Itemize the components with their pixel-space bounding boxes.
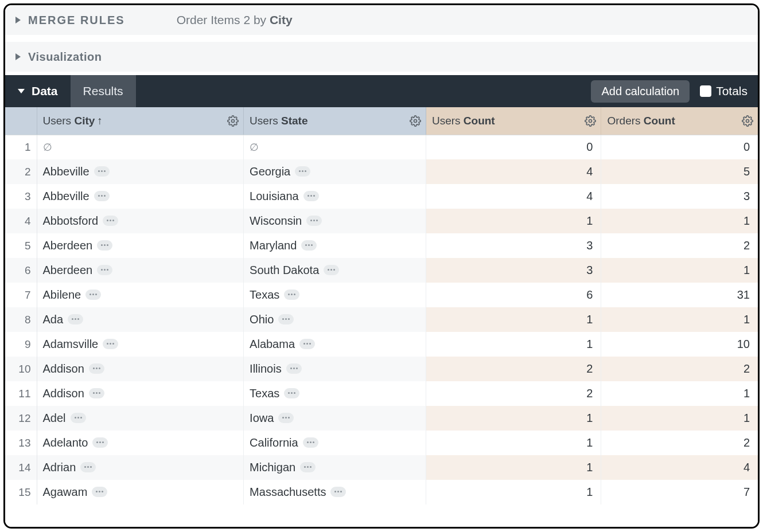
totals-toggle[interactable]: Totals <box>700 84 748 98</box>
more-actions-pill[interactable] <box>92 437 108 448</box>
cell-state[interactable]: Michigan <box>244 455 426 480</box>
cell-city[interactable]: Addison <box>37 381 244 406</box>
cell-city[interactable]: Adrian <box>37 455 244 480</box>
more-actions-pill[interactable] <box>89 363 104 374</box>
more-actions-pill[interactable] <box>71 413 86 423</box>
gear-icon[interactable] <box>410 115 421 127</box>
cell-orders-count[interactable]: 2 <box>601 233 758 258</box>
tab-data[interactable]: Data <box>5 75 71 107</box>
cell-users-count[interactable]: 1 <box>426 455 601 480</box>
cell-city[interactable]: Adelanto <box>37 431 244 455</box>
cell-orders-count[interactable]: 1 <box>601 406 758 431</box>
cell-orders-count[interactable]: 3 <box>601 184 758 209</box>
cell-state[interactable]: California <box>244 431 426 455</box>
cell-orders-count[interactable]: 1 <box>601 258 758 283</box>
cell-users-count[interactable]: 6 <box>426 283 601 307</box>
more-actions-pill[interactable] <box>284 388 299 398</box>
more-actions-pill[interactable] <box>80 462 96 472</box>
cell-city[interactable]: ∅ <box>37 135 244 159</box>
gear-icon[interactable] <box>227 115 239 127</box>
cell-orders-count[interactable]: 31 <box>601 283 758 307</box>
more-actions-pill[interactable] <box>303 437 318 448</box>
more-actions-pill[interactable] <box>303 191 319 201</box>
cell-orders-count[interactable]: 0 <box>601 135 758 159</box>
cell-users-count[interactable]: 1 <box>426 480 601 504</box>
gear-icon[interactable] <box>585 115 596 127</box>
more-actions-pill[interactable] <box>89 388 104 398</box>
cell-city[interactable]: Abilene <box>37 283 244 307</box>
cell-city[interactable]: Adamsville <box>37 332 244 357</box>
cell-users-count[interactable]: 1 <box>426 406 601 431</box>
cell-state[interactable]: Louisiana <box>244 184 426 209</box>
cell-state[interactable]: South Dakota <box>244 258 426 283</box>
more-actions-pill[interactable] <box>94 166 110 177</box>
more-actions-pill[interactable] <box>278 413 294 423</box>
more-actions-pill[interactable] <box>97 240 112 251</box>
cell-orders-count[interactable]: 10 <box>601 332 758 357</box>
add-calculation-button[interactable]: Add calculation <box>591 80 690 103</box>
cell-city[interactable]: Adel <box>37 406 244 431</box>
cell-users-count[interactable]: 1 <box>426 307 601 332</box>
more-actions-pill[interactable] <box>295 166 310 177</box>
cell-users-count[interactable]: 2 <box>426 357 601 381</box>
cell-city[interactable]: Abbotsford <box>37 209 244 233</box>
cell-orders-count[interactable]: 1 <box>601 381 758 406</box>
column-header-count[interactable]: Orders Count <box>601 107 758 135</box>
cell-users-count[interactable]: 2 <box>426 381 601 406</box>
more-actions-pill[interactable] <box>97 265 112 275</box>
cell-state[interactable]: Maryland <box>244 233 426 258</box>
more-actions-pill[interactable] <box>278 314 294 324</box>
cell-users-count[interactable]: 1 <box>426 431 601 455</box>
cell-city[interactable]: Aberdeen <box>37 233 244 258</box>
cell-users-count[interactable]: 3 <box>426 258 601 283</box>
cell-state[interactable]: Alabama <box>244 332 426 357</box>
cell-orders-count[interactable]: 7 <box>601 480 758 504</box>
more-actions-pill[interactable] <box>92 487 107 497</box>
cell-state[interactable]: Ohio <box>244 307 426 332</box>
more-actions-pill[interactable] <box>324 265 339 275</box>
cell-state[interactable]: ∅ <box>244 135 426 159</box>
cell-city[interactable]: Ada <box>37 307 244 332</box>
more-actions-pill[interactable] <box>103 216 118 226</box>
column-header-city[interactable]: Users City↑ <box>37 107 244 135</box>
cell-city[interactable]: Addison <box>37 357 244 381</box>
tab-results[interactable]: Results <box>71 75 136 107</box>
cell-orders-count[interactable]: 2 <box>601 357 758 381</box>
more-actions-pill[interactable] <box>103 339 118 349</box>
more-actions-pill[interactable] <box>284 290 299 300</box>
cell-users-count[interactable]: 1 <box>426 209 601 233</box>
cell-city[interactable]: Abbeville <box>37 159 244 184</box>
cell-state[interactable]: Georgia <box>244 159 426 184</box>
more-actions-pill[interactable] <box>300 462 316 472</box>
cell-users-count[interactable]: 4 <box>426 184 601 209</box>
more-actions-pill[interactable] <box>306 216 322 226</box>
cell-city[interactable]: Aberdeen <box>37 258 244 283</box>
more-actions-pill[interactable] <box>330 487 346 497</box>
visualization-section-header[interactable]: Visualization <box>5 42 758 72</box>
gear-icon[interactable] <box>742 115 753 127</box>
more-actions-pill[interactable] <box>299 339 315 349</box>
cell-state[interactable]: Texas <box>244 381 426 406</box>
cell-orders-count[interactable]: 4 <box>601 455 758 480</box>
cell-city[interactable]: Agawam <box>37 480 244 504</box>
cell-orders-count[interactable]: 5 <box>601 159 758 184</box>
cell-state[interactable]: Massachusetts <box>244 480 426 504</box>
cell-orders-count[interactable]: 1 <box>601 307 758 332</box>
cell-state[interactable]: Illinois <box>244 357 426 381</box>
more-actions-pill[interactable] <box>286 363 302 374</box>
cell-state[interactable]: Wisconsin <box>244 209 426 233</box>
cell-state[interactable]: Iowa <box>244 406 426 431</box>
column-header-count[interactable]: Users Count <box>426 107 601 135</box>
totals-checkbox[interactable] <box>700 85 711 97</box>
more-actions-pill[interactable] <box>94 191 110 201</box>
more-actions-pill[interactable] <box>85 290 101 300</box>
column-header-state[interactable]: Users State <box>244 107 426 135</box>
cell-users-count[interactable]: 1 <box>426 332 601 357</box>
cell-state[interactable]: Texas <box>244 283 426 307</box>
cell-users-count[interactable]: 0 <box>426 135 601 159</box>
cell-orders-count[interactable]: 1 <box>601 209 758 233</box>
cell-users-count[interactable]: 4 <box>426 159 601 184</box>
merge-rules-section-header[interactable]: MERGE RULES Order Items 2 by City <box>5 5 758 35</box>
cell-city[interactable]: Abbeville <box>37 184 244 209</box>
cell-users-count[interactable]: 3 <box>426 233 601 258</box>
